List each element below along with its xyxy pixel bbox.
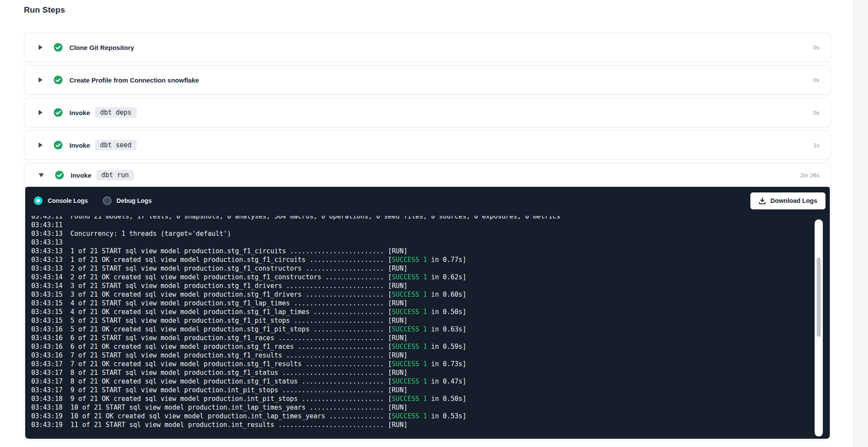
log-lines: 03:43:11 Found 21 models, 17 tests, 0 sn…: [25, 216, 812, 429]
log-line: 03:43:19 11 of 21 START sql view model p…: [31, 421, 812, 429]
radio-selected-icon[interactable]: [34, 196, 43, 205]
chevron-right-icon[interactable]: [39, 110, 43, 115]
success-check-icon: [55, 170, 64, 180]
log-line: 03:43:14 3 of 21 START sql view model pr…: [31, 281, 812, 290]
radio-console-logs[interactable]: Console Logs: [34, 196, 88, 205]
radio-debug-logs[interactable]: Debug Logs: [103, 196, 152, 205]
log-line: 03:43:13 Concurrency: 1 threads (target=…: [31, 229, 812, 238]
command-chip: dbt seed: [95, 140, 137, 150]
log-scrollbar-track[interactable]: [815, 219, 823, 437]
log-viewport[interactable]: 03:43:11 Found 21 models, 17 tests, 0 sn…: [25, 216, 812, 433]
log-line: 03:43:15 3 of 21 OK created sql view mod…: [31, 290, 812, 299]
step-card-dbt-deps: Invoke dbt deps 0s: [24, 98, 831, 127]
log-line: 03:43:15 4 of 21 START sql view model pr…: [31, 299, 812, 308]
success-check-icon: [53, 140, 63, 150]
radio-unselected-icon[interactable]: [103, 196, 112, 205]
log-line: 03:43:16 6 of 21 START sql view model pr…: [31, 334, 812, 342]
log-status-success: SUCCESS 1: [392, 412, 427, 420]
log-line: 03:43:13 1 of 21 START sql view model pr…: [31, 247, 812, 255]
log-status-success: SUCCESS 1: [392, 256, 427, 264]
log-line: 03:43:16 7 of 21 START sql view model pr…: [31, 351, 812, 360]
step-duration: 0s: [813, 77, 819, 83]
step-row-dbt-seed[interactable]: Invoke dbt seed 1s: [24, 131, 831, 159]
log-line: 03:43:13: [31, 238, 812, 247]
log-status-success: SUCCESS 1: [392, 395, 427, 403]
step-label: Create Profile from Connection snowflake: [69, 76, 199, 84]
step-label: Clone Git Repository: [69, 44, 134, 51]
log-line: 03:43:13 1 of 21 OK created sql view mod…: [31, 255, 812, 264]
log-status-success: SUCCESS 1: [392, 308, 427, 316]
chevron-right-icon[interactable]: [39, 142, 43, 148]
log-line: 03:43:15 5 of 21 START sql view model pr…: [31, 316, 812, 325]
step-duration: 0s: [813, 44, 819, 51]
step-duration: 1s: [813, 142, 819, 149]
log-line: 03:43:17 9 of 21 START sql view model pr…: [31, 386, 812, 394]
step-row-dbt-run[interactable]: Invoke dbt run 2m 26s: [24, 163, 831, 187]
right-panel-edge: [853, 0, 868, 447]
log-status-success: SUCCESS 1: [392, 325, 427, 333]
step-label: Invoke: [69, 142, 90, 149]
step-row-create-profile[interactable]: Create Profile from Connection snowflake…: [24, 66, 831, 94]
console-header: Console Logs Debug Logs Download Logs: [25, 187, 830, 215]
radio-label: Console Logs: [48, 197, 88, 204]
log-line: 03:43:19 10 of 21 OK created sql view mo…: [31, 412, 812, 421]
log-line: 03:43:17 8 of 21 OK created sql view mod…: [31, 377, 812, 386]
console-panel: Console Logs Debug Logs Download Logs 03…: [25, 187, 830, 439]
log-status-success: SUCCESS 1: [392, 343, 427, 351]
log-status-success: SUCCESS 1: [392, 273, 427, 281]
step-row-dbt-deps[interactable]: Invoke dbt deps 0s: [24, 98, 831, 127]
radio-label: Debug Logs: [117, 197, 152, 204]
log-status-success: SUCCESS 1: [392, 291, 427, 298]
log-line: 03:43:16 6 of 21 OK created sql view mod…: [31, 342, 812, 351]
step-card-clone-git-repository: Clone Git Repository 0s: [24, 33, 831, 62]
command-chip: dbt deps: [95, 107, 137, 118]
step-card-dbt-run: Invoke dbt run 2m 26s Console Logs Debug…: [24, 163, 831, 440]
log-line: 03:43:16 5 of 21 OK created sql view mod…: [31, 325, 812, 334]
log-line: 03:43:18 10 of 21 START sql view model p…: [31, 403, 812, 412]
success-check-icon: [53, 43, 63, 52]
step-card-dbt-seed: Invoke dbt seed 1s: [24, 130, 831, 160]
success-check-icon: [53, 75, 63, 85]
page-title: Run Steps: [24, 5, 65, 15]
chevron-right-icon[interactable]: [39, 45, 43, 50]
log-line: 03:43:18 9 of 21 OK created sql view mod…: [31, 394, 812, 403]
step-label: Invoke: [69, 109, 90, 116]
chevron-down-icon[interactable]: [39, 173, 44, 177]
download-icon: [759, 197, 766, 205]
chevron-right-icon[interactable]: [39, 77, 43, 83]
log-status-success: SUCCESS 1: [392, 377, 427, 385]
download-logs-label: Download Logs: [770, 197, 817, 204]
log-line: 03:43:17 8 of 21 START sql view model pr…: [31, 368, 812, 377]
log-line: 03:43:17 7 of 21 OK created sql view mod…: [31, 360, 812, 368]
log-line: 03:43:14 2 of 21 OK created sql view mod…: [31, 273, 812, 281]
log-line: 03:43:11 Found 21 models, 17 tests, 0 sn…: [31, 216, 812, 221]
run-steps-list: Clone Git Repository 0s Create Profile f…: [24, 33, 831, 443]
log-line: 03:43:15 4 of 21 OK created sql view mod…: [31, 308, 812, 316]
log-line: 03:43:11: [31, 221, 812, 229]
download-logs-button[interactable]: Download Logs: [750, 192, 825, 209]
step-label: Invoke: [71, 172, 92, 179]
command-chip: dbt run: [96, 170, 134, 180]
step-row-clone-git-repository[interactable]: Clone Git Repository 0s: [24, 33, 831, 62]
log-scrollbar-thumb[interactable]: [817, 258, 821, 337]
step-duration: 0s: [813, 109, 819, 116]
log-status-success: SUCCESS 1: [392, 360, 427, 368]
step-duration: 2m 26s: [800, 172, 819, 179]
success-check-icon: [53, 108, 63, 117]
step-card-create-profile: Create Profile from Connection snowflake…: [24, 65, 831, 95]
log-line: 03:43:13 2 of 21 START sql view model pr…: [31, 264, 812, 273]
